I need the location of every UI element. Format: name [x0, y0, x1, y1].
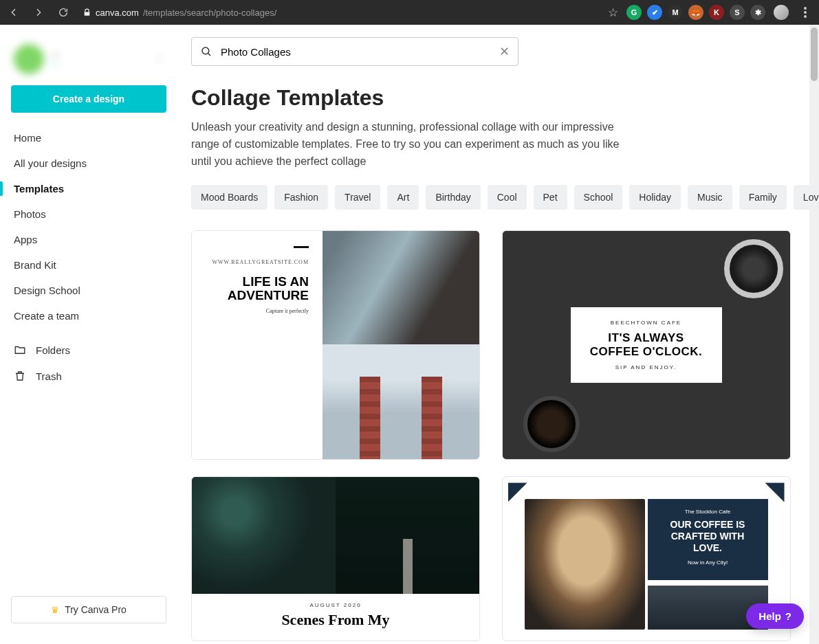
browser-extension-1[interactable]: ✔ [647, 5, 662, 20]
card1-sub: Capture it perfectly [206, 308, 309, 314]
sidebar-item-templates[interactable]: Templates [11, 176, 166, 201]
url-path: /templates/search/photo-collages/ [143, 8, 276, 18]
browser-extension-3[interactable]: 🦊 [688, 5, 703, 20]
card3-title: Scenes From My [192, 611, 479, 629]
chip-cool[interactable]: Cool [488, 185, 527, 210]
svg-point-2 [804, 15, 807, 18]
chip-pet[interactable]: Pet [534, 185, 567, 210]
search-bar[interactable]: ✕ [191, 37, 518, 66]
folder-icon [14, 344, 26, 356]
reload-button[interactable] [55, 4, 72, 21]
browser-extension-5[interactable]: S [730, 5, 745, 20]
star-icon[interactable]: ☆ [608, 5, 618, 20]
browser-extension-4[interactable]: K [709, 5, 724, 20]
sidebar-item-home[interactable]: Home [11, 125, 166, 151]
template-card-adventure[interactable]: WWW.REALLYGREATSITE.COM LIFE IS AN ADVEN… [191, 230, 480, 460]
search-icon [200, 45, 212, 58]
svg-point-1 [804, 11, 807, 14]
sidebar-item-create-a-team[interactable]: Create a team [11, 303, 166, 329]
folders-link[interactable]: Folders [11, 337, 166, 363]
card2-brand: BEECHTOWN CAFE [589, 320, 704, 326]
card2-headline: IT'S ALWAYS COFFEE O'CLOCK. [589, 331, 704, 359]
help-button[interactable]: Help ? [746, 603, 804, 629]
svg-point-0 [804, 7, 807, 10]
template-card-coffee-oclock[interactable]: BEECHTOWN CAFE IT'S ALWAYS COFFEE O'CLOC… [502, 230, 791, 460]
account-switcher[interactable]: —— [11, 36, 166, 85]
trash-link[interactable]: Trash [11, 363, 166, 389]
page-description: Unleash your creativity and design a stu… [191, 119, 638, 170]
try-pro-button[interactable]: ♛ Try Canva Pro [11, 596, 166, 623]
crown-icon: ♛ [51, 605, 59, 615]
trash-label: Trash [36, 370, 62, 382]
chip-holiday[interactable]: Holiday [629, 185, 681, 210]
create-design-button[interactable]: Create a design [11, 85, 166, 113]
browser-profile-avatar[interactable] [774, 5, 789, 20]
sidebar-item-apps[interactable]: Apps [11, 227, 166, 252]
chip-art[interactable]: Art [387, 185, 419, 210]
chip-school[interactable]: School [574, 185, 623, 210]
sidebar-item-photos[interactable]: Photos [11, 201, 166, 227]
chip-mood-boards[interactable]: Mood Boards [191, 185, 267, 210]
lock-icon [83, 8, 91, 17]
help-label: Help [758, 610, 781, 622]
sidebar-item-all-your-designs[interactable]: All your designs [11, 151, 166, 176]
card1-title: LIFE IS AN ADVENTURE [206, 275, 309, 302]
page-title: Collage Templates [191, 85, 796, 111]
card2-sub: SIP AND ENJOY. [589, 364, 704, 370]
chip-birthday[interactable]: Birthday [426, 185, 480, 210]
card3-date: AUGUST 2020 [192, 602, 479, 608]
folders-label: Folders [36, 344, 70, 356]
url-host: canva.com [96, 8, 139, 18]
chip-music[interactable]: Music [688, 185, 732, 210]
help-icon: ? [785, 610, 791, 622]
svg-point-3 [202, 47, 209, 54]
chip-love[interactable]: Love [794, 185, 819, 210]
template-card-scenes[interactable]: AUGUST 2020 Scenes From My [191, 476, 480, 641]
clear-search-button[interactable]: ✕ [499, 44, 510, 59]
user-avatar [14, 44, 44, 74]
browser-extension-2[interactable]: M [668, 5, 683, 20]
back-button[interactable] [6, 4, 22, 21]
chip-travel[interactable]: Travel [335, 185, 380, 210]
sidebar-item-design-school[interactable]: Design School [11, 278, 166, 303]
sidebar-item-brand-kit[interactable]: Brand Kit [11, 252, 166, 278]
card4-sub: Now in Any City! [656, 559, 760, 566]
try-pro-label: Try Canva Pro [65, 604, 127, 615]
chip-family[interactable]: Family [739, 185, 787, 210]
main-content: ✕ Collage Templates Unleash your creativ… [177, 25, 819, 644]
address-bar[interactable]: canva.com/templates/search/photo-collage… [83, 8, 276, 18]
browser-extension-0[interactable]: G [626, 5, 642, 20]
browser-extension-6[interactable]: ✱ [750, 5, 765, 20]
chevron-down-icon [155, 55, 164, 63]
card1-site: WWW.REALLYGREATSITE.COM [206, 259, 309, 265]
trash-icon [14, 370, 26, 382]
search-input[interactable] [221, 46, 491, 58]
forward-button[interactable] [30, 4, 47, 21]
browser-toolbar: canva.com/templates/search/photo-collage… [0, 0, 819, 25]
card4-brand: The Stockton Cafe [656, 509, 760, 515]
category-chips: Mood BoardsFashionTravelArtBirthdayCoolP… [191, 185, 796, 210]
sidebar: —— Create a design HomeAll your designsT… [0, 25, 177, 644]
card4-headline: OUR COFFEE IS CRAFTED WITH LOVE. [656, 519, 760, 553]
browser-menu-button[interactable] [797, 4, 813, 21]
chip-fashion[interactable]: Fashion [274, 185, 328, 210]
